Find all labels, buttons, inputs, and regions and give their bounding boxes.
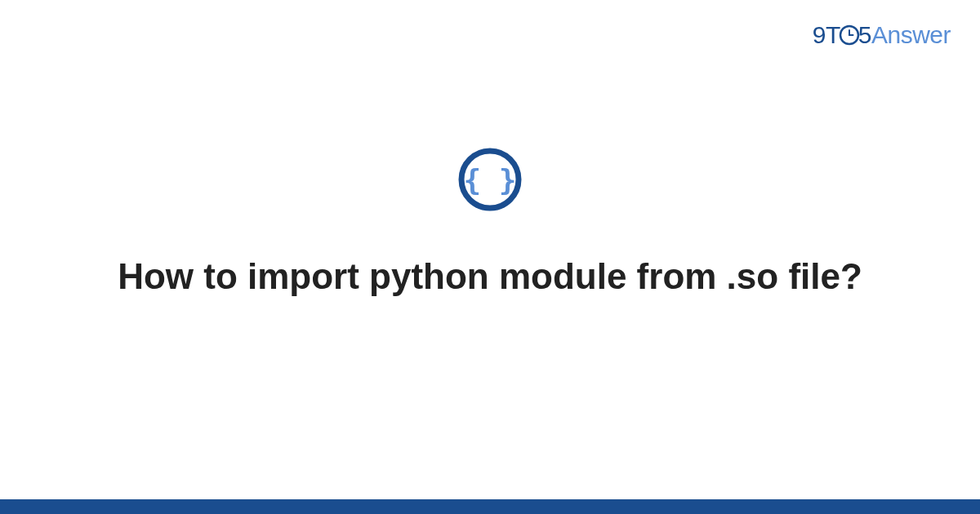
page-title: How to import python module from .so fil…: [118, 252, 862, 300]
code-braces-icon: { }: [458, 148, 522, 211]
footer-bar: [0, 499, 980, 514]
main-content: { } How to import python module from .so…: [0, 0, 980, 514]
svg-text:{ }: { }: [463, 163, 516, 197]
